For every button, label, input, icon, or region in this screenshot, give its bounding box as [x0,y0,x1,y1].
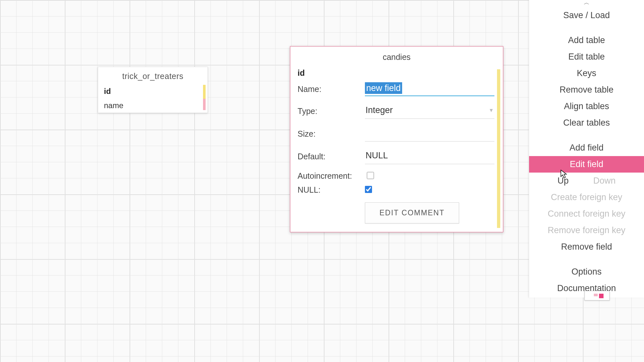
minimap[interactable] [584,291,610,300]
table-stripe [203,85,206,110]
sidebar-add-field[interactable]: Add field [529,140,644,156]
table-edit-panel-candies[interactable]: candies id Name: new field Type: Integer… [290,46,503,232]
minimap-table-a [594,294,598,296]
field-type-value: Integer [366,105,393,115]
sidebar-connect-fk[interactable]: Connect foreign key [529,206,644,222]
field-type-select[interactable]: Integer ▼ [365,103,494,119]
sidebar-add-table[interactable]: Add table [529,32,644,49]
minimap-table-b [599,294,604,298]
sidebar-field-down[interactable]: Down [591,173,618,189]
field-name-selection: new field [365,82,402,94]
panel-stripe [497,69,500,228]
edit-comment-button[interactable]: EDIT COMMENT [365,202,459,223]
sidebar-collapse-icon[interactable]: ︿ [529,0,644,7]
label-name: Name: [298,85,359,94]
label-null: NULL: [298,185,359,195]
sidebar-align-tables[interactable]: Align tables [529,98,644,115]
table-card-trick-or-treaters[interactable]: trick_or_treaters id name [98,67,208,113]
table-title: trick_or_treaters [98,67,208,84]
sidebar-edit-table[interactable]: Edit table [529,49,644,65]
field-autoincrement-checkbox[interactable] [367,172,374,179]
sidebar-options[interactable]: Options [529,264,644,280]
sidebar-remove-field[interactable]: Remove field [529,239,644,255]
sidebar-remove-table[interactable]: Remove table [529,82,644,98]
sidebar-edit-field[interactable]: Edit field [529,156,644,173]
label-default: Default: [298,152,359,161]
sidebar-clear-tables[interactable]: Clear tables [529,115,644,131]
sidebar-keys[interactable]: Keys [529,65,644,82]
table-title: candies [290,47,503,66]
chevron-down-icon: ▼ [489,107,494,113]
field-default-input[interactable] [365,149,494,164]
sidebar-create-fk[interactable]: Create foreign key [529,189,644,206]
sidebar-remove-fk[interactable]: Remove foreign key [529,222,644,239]
label-autoincrement: Autoincrement: [298,171,361,181]
field-null-checkbox[interactable] [365,186,372,193]
table-field-pk[interactable]: id [98,84,208,98]
label-size: Size: [298,129,359,139]
label-type: Type: [298,107,359,116]
table-field-pk[interactable]: id [290,66,503,82]
sidebar: ︿ Save / Load Add table Edit table Keys … [529,0,644,298]
table-field[interactable]: name [98,98,208,113]
field-size-input[interactable] [365,126,494,141]
sidebar-field-up[interactable]: Up [555,173,571,189]
sidebar-save-load[interactable]: Save / Load [529,7,644,24]
field-editor-form: Name: new field Type: Integer ▼ Size: [290,82,503,232]
